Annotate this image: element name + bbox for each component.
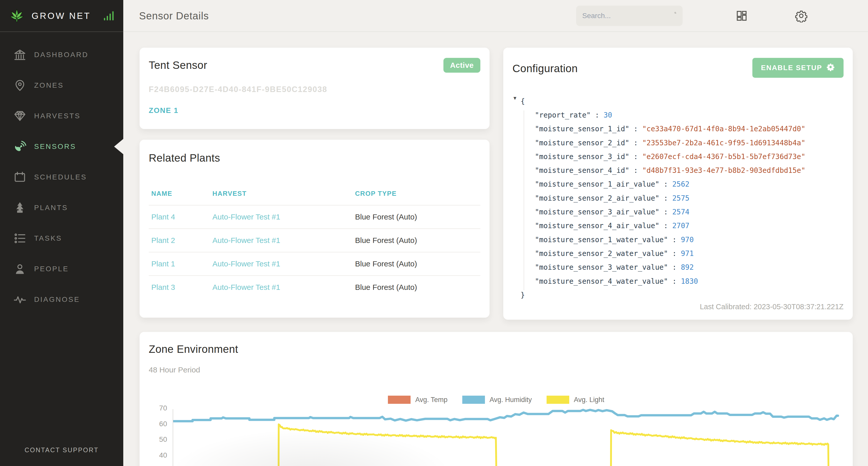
json-open-brace: { [513, 94, 843, 108]
config-entry-moisture_sensor_2_id: "moisture_sensor_2_id" : "23553be7-2b2a-… [535, 136, 843, 150]
zone-environment-card: Zone Environment 48 Hour Period Avg. Tem… [140, 332, 853, 466]
config-entry-moisture_sensor_1_air_value: "moisture_sensor_1_air_value" : 2562 [535, 177, 843, 191]
y-axis-tick-50: 50 [147, 435, 167, 443]
crop-type-cell: Blue Forest (Auto) [355, 236, 478, 245]
top-header: Sensor Details [123, 0, 868, 32]
legend-label: Avg. Temp [415, 396, 447, 404]
status-badge: Active [443, 58, 480, 72]
legend-item-avg-light[interactable]: Avg. Light [547, 396, 604, 404]
active-item-arrow [114, 139, 123, 154]
search-input[interactable] [582, 12, 674, 20]
crop-type-cell: Blue Forest (Auto) [355, 283, 478, 292]
enable-setup-button[interactable]: ENABLE SETUP [752, 58, 843, 78]
sidebar-item-plants[interactable]: PLANTS [0, 193, 123, 223]
plant-name-link[interactable]: Plant 1 [151, 260, 212, 268]
configuration-card: Configuration ENABLE SETUP ▼ { "report_r… [503, 48, 853, 320]
table-row: Plant 4Auto-Flower Test #1Blue Forest (A… [149, 205, 480, 228]
crop-type-cell: Blue Forest (Auto) [355, 260, 478, 268]
config-entry-moisture_sensor_4_air_value: "moisture_sensor_4_air_value" : 2707 [535, 219, 843, 233]
settings-gear-icon[interactable] [795, 9, 808, 23]
config-entry-report_rate: "report_rate" : 30 [535, 108, 843, 122]
person-icon [13, 262, 27, 275]
task-list-icon [13, 232, 27, 245]
crop-type-cell: Blue Forest (Auto) [355, 213, 478, 221]
col-header-name: NAME [151, 190, 212, 198]
plant-name-link[interactable]: Plant 2 [151, 236, 212, 245]
sidebar-item-label: PEOPLE [34, 265, 69, 273]
plant-name-link[interactable]: Plant 4 [151, 213, 212, 221]
chart-legend: Avg. TempAvg. HumidityAvg. Light [140, 396, 853, 404]
chart-subtitle: 48 Hour Period [149, 366, 843, 374]
map-pin-icon [13, 79, 27, 92]
contact-support-link[interactable]: CONTACT SUPPORT [0, 446, 123, 454]
config-entry-moisture_sensor_3_water_value: "moisture_sensor_3_water_value" : 892 [535, 261, 843, 274]
sidebar: GROW NET DASHBOARDZONESHARVESTSSENSORSSC… [0, 0, 123, 466]
environment-line-chart [173, 405, 840, 466]
calendar-icon [13, 171, 27, 184]
collapse-caret-icon[interactable]: ▼ [514, 95, 516, 101]
configuration-title: Configuration [513, 58, 752, 75]
zone-environment-title: Zone Environment [149, 343, 843, 355]
plants-table: NAME HARVEST CROP TYPE Plant 4Auto-Flowe… [149, 182, 480, 299]
tree-icon [13, 201, 27, 214]
harvest-link[interactable]: Auto-Flower Test #1 [212, 236, 355, 245]
json-close-brace: } [513, 288, 843, 302]
sidebar-item-harvests[interactable]: HARVESTS [0, 101, 123, 131]
satellite-dish-icon [13, 140, 27, 153]
json-indent-guide [524, 110, 524, 290]
sidebar-item-schedules[interactable]: SCHEDULES [0, 162, 123, 193]
sidebar-nav: DASHBOARDZONESHARVESTSSENSORSSCHEDULESPL… [0, 39, 123, 315]
plants-table-header: NAME HARVEST CROP TYPE [149, 182, 480, 205]
sidebar-item-people[interactable]: PEOPLE [0, 254, 123, 284]
table-row: Plant 3Auto-Flower Test #1Blue Forest (A… [149, 275, 480, 299]
sidebar-item-dashboard[interactable]: DASHBOARD [0, 39, 123, 70]
sidebar-item-diagnose[interactable]: DIAGNOSE [0, 284, 123, 315]
sidebar-item-label: TASKS [34, 234, 62, 242]
sidebar-item-label: DIAGNOSE [34, 295, 80, 303]
search-box[interactable] [576, 6, 683, 26]
sidebar-item-label: HARVESTS [34, 112, 81, 120]
brand: GROW NET [0, 0, 123, 32]
config-entry-moisture_sensor_1_water_value: "moisture_sensor_1_water_value" : 970 [535, 233, 843, 247]
sensor-details-card: Tent Sensor Active F24B6095-D27E-4D40-84… [140, 48, 490, 129]
related-plants-card: Related Plants NAME HARVEST CROP TYPE Pl… [140, 140, 490, 318]
legend-label: Avg. Humidity [490, 396, 532, 404]
sidebar-item-sensors[interactable]: SENSORS [0, 131, 123, 162]
config-entry-moisture_sensor_2_air_value: "moisture_sensor_2_air_value" : 2575 [535, 192, 843, 205]
legend-item-avg-temp[interactable]: Avg. Temp [388, 396, 447, 404]
sidebar-item-zones[interactable]: ZONES [0, 70, 123, 101]
sensor-uuid: F24B6095-D27E-4D40-841F-9BE50C129038 [149, 85, 480, 94]
related-plants-title: Related Plants [149, 152, 480, 164]
harvest-link[interactable]: Auto-Flower Test #1 [212, 260, 355, 268]
sensor-title: Tent Sensor [149, 59, 443, 71]
sidebar-item-label: DASHBOARD [34, 51, 88, 59]
config-json-viewer: ▼ { "report_rate" : 30"moisture_sensor_1… [513, 94, 843, 302]
legend-swatch [547, 396, 569, 404]
plant-name-link[interactable]: Plant 3 [151, 283, 212, 292]
signal-bars-icon [103, 10, 115, 22]
search-icon[interactable] [674, 10, 677, 21]
sidebar-item-label: PLANTS [34, 204, 68, 212]
y-axis-tick-40: 40 [147, 451, 167, 459]
harvest-link[interactable]: Auto-Flower Test #1 [212, 213, 355, 221]
col-header-crop: CROP TYPE [355, 190, 478, 198]
sidebar-item-label: SCHEDULES [34, 173, 87, 181]
legend-label: Avg. Light [574, 396, 604, 404]
table-row: Plant 1Auto-Flower Test #1Blue Forest (A… [149, 252, 480, 275]
legend-item-avg-humidity[interactable]: Avg. Humidity [462, 396, 532, 404]
diamond-icon [13, 109, 27, 123]
config-entry-moisture_sensor_4_id: "moisture_sensor_4_id" : "d48b7f31-93e3-… [535, 164, 843, 177]
zone-link[interactable]: ZONE 1 [149, 106, 179, 115]
legend-swatch [462, 396, 485, 404]
dashboard-grid-icon[interactable] [735, 9, 748, 23]
config-entry-moisture_sensor_4_water_value: "moisture_sensor_4_water_value" : 1830 [535, 274, 843, 288]
harvest-link[interactable]: Auto-Flower Test #1 [212, 283, 355, 292]
sidebar-item-label: SENSORS [34, 143, 76, 151]
sidebar-item-tasks[interactable]: TASKS [0, 223, 123, 254]
config-entry-moisture_sensor_3_id: "moisture_sensor_3_id" : "e2607ecf-cda4-… [535, 150, 843, 164]
activity-pulse-icon [13, 293, 27, 306]
y-axis-tick-70: 70 [147, 404, 167, 412]
legend-swatch [388, 396, 410, 404]
sidebar-item-label: ZONES [34, 81, 64, 89]
col-header-harvest: HARVEST [212, 190, 355, 198]
